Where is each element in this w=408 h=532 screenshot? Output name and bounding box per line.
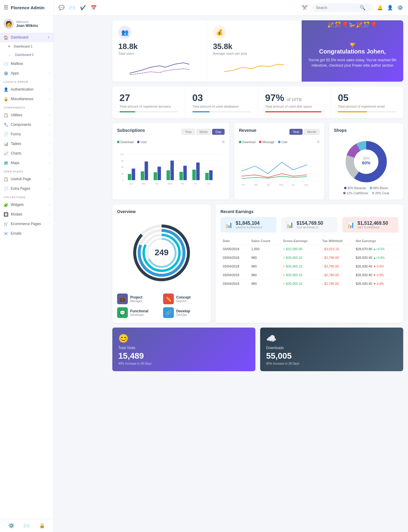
project-item-functional: 💬 Functional Developer [117, 307, 160, 318]
subscriptions-tabs: Year Week Day [182, 129, 225, 135]
user-header-icon[interactable]: 👤 [387, 5, 393, 10]
search-bar[interactable]: 🔍 [312, 3, 372, 12]
col-tax: Tax Withheld [320, 237, 353, 245]
databases-label: Total amount of used databases [192, 105, 251, 108]
sidebar-item-dashboard1[interactable]: Dashboard 1 [0, 42, 53, 51]
forms-icon: 📄 [4, 132, 8, 137]
sidebar-item-extra[interactable]: 📄 Extra Pages › [0, 184, 53, 193]
sidebar-item-utilities[interactable]: 📋 Utilities › [0, 110, 53, 120]
calendar-icon[interactable]: 📅 [91, 5, 97, 10]
cell-date: 03/04/2018 [220, 271, 249, 279]
visits-value: 15,489 [118, 351, 249, 361]
sidebar-item-dashboard2[interactable]: → Dashboard 2 [0, 51, 53, 59]
sidebar-item-label: Dashboard [11, 35, 28, 39]
search-input[interactable] [316, 6, 358, 10]
widgets-icon: 🧩 [4, 202, 8, 207]
cell-tax: - $2,780.00 [320, 279, 353, 288]
sidebar-item-mailbox[interactable]: ✉️ Mailbox [0, 59, 53, 68]
sidebar-item-label: Tables [11, 142, 21, 146]
svg-text:120: 120 [120, 153, 124, 156]
cell-gross: + $30,065.10 [281, 253, 320, 262]
stats-disk: 97% of 10TB Total amount of used disk sp… [258, 86, 331, 118]
sidebar-item-label: Apps [11, 71, 19, 75]
net-change: ▼-0.8% [373, 265, 384, 268]
domains-value: 27 [119, 92, 178, 103]
reach-mini-chart [213, 58, 295, 76]
mailbox-icon: ✉️ [4, 61, 8, 66]
chart-menu-icon[interactable]: ≡ [222, 139, 225, 145]
rev-legend-user: User [278, 140, 288, 144]
mail-bottom-icon[interactable]: ✉️ [24, 523, 30, 528]
visits-label: Total Visits [118, 346, 249, 350]
svg-text:Sat: Sat [207, 182, 210, 185]
tab-year[interactable]: Year [182, 129, 195, 135]
sidebar-item-dashboard[interactable]: 🏠 Dashboard ▼ [0, 33, 53, 42]
table-row: 03/04/2018 980 + $30,065.10 - $2,780.00 … [220, 253, 398, 262]
develop-icon: 🔗 [163, 307, 174, 318]
svg-text:July: July [304, 184, 308, 186]
sidebar-item-label: Components [11, 123, 31, 127]
chat-icon[interactable]: 💬 [59, 5, 65, 10]
develop-name: Develop [176, 309, 190, 313]
user-text: Welcome Joan Wilkins [16, 20, 38, 28]
sidebar-item-usefull[interactable]: 📋 Usefull Page › [0, 174, 53, 184]
misc-icon: 🔒 [4, 97, 8, 101]
revenue-tabs: Year Month [289, 129, 320, 135]
check-icon[interactable]: ✔️ [80, 5, 86, 10]
lock-icon[interactable]: 🔒 [39, 523, 45, 528]
sidebar-item-label: Modals [11, 212, 22, 216]
sidebar-item-ecommerce[interactable]: 🛒 Ecommerce Pages › [0, 219, 53, 229]
tab-day[interactable]: Day [212, 129, 225, 135]
cell-net: $28,670.90 ▲+4.5% [353, 245, 398, 253]
cell-tax: - $2,780.00 [320, 271, 353, 279]
tab-week[interactable]: Week [196, 129, 211, 135]
users-chart-svg [118, 58, 201, 76]
header-right: 🔔 👤 ⚙️ [377, 5, 403, 10]
sidebar-item-label: Utilities [11, 113, 22, 117]
settings-icon[interactable]: ⚙️ [8, 523, 14, 528]
scissors-icon[interactable]: ✂️ [302, 5, 308, 10]
sidebar-item-emails[interactable]: 📧 Emails [0, 229, 53, 238]
hamburger-icon[interactable]: ☰ [4, 4, 8, 11]
mail-header-icon[interactable]: ✉️ [69, 5, 75, 10]
project-text: Project Manager [130, 295, 142, 303]
cell-date: 03/05/2018 [220, 245, 249, 253]
project-item-develop: 🔗 Develop DevOps [163, 307, 206, 318]
users-stat-value: 18.8k [118, 42, 201, 51]
revenue-header: Revenue Year Month [239, 128, 320, 136]
email-value: 05 [338, 92, 396, 103]
sidebar-item-tables[interactable]: 📊 Tables › [0, 139, 53, 149]
sidebar-item-miscellaneous[interactable]: 🔒 Miscellaneous › [0, 94, 53, 104]
subscriptions-chart-area: 120 90 60 30 0 [117, 145, 225, 192]
ecommerce-icon: 🛒 [4, 221, 8, 226]
svg-text:Fri: Fri [194, 182, 197, 185]
chevron-right-icon: › [49, 152, 50, 155]
rev-tab-month[interactable]: Month [304, 129, 320, 135]
arrow-right-icon: → [8, 53, 11, 56]
legend-download: Download [117, 140, 134, 144]
sidebar-item-maps[interactable]: 🗺️ Maps › [0, 158, 53, 168]
sidebar-item-forms[interactable]: 📄 Forms › [0, 129, 53, 139]
gross-icon: 📊 [225, 221, 233, 228]
earn-gross: 📊 $1,845,104 GROSS EARNINGS [220, 217, 277, 233]
cell-date: 03/04/2018 [220, 279, 249, 288]
sidebar-item-label: Charts [11, 151, 21, 155]
earnings-table: Date Sales Count Gross Earnings Tax With… [220, 237, 398, 288]
notification-icon[interactable]: 🔔 [377, 5, 383, 10]
rev-chart-menu-icon[interactable]: ≡ [317, 139, 320, 145]
revenue-title: Revenue [239, 128, 256, 133]
extra-icon: 📄 [4, 186, 8, 191]
cell-tax: - $2,780.00 [320, 253, 353, 262]
sidebar-item-modals[interactable]: 🔲 Modals › [0, 210, 53, 219]
sidebar-item-charts[interactable]: 📈 Charts › [0, 149, 53, 158]
sidebar-item-widgets[interactable]: 🧩 Widgets › [0, 200, 53, 210]
sidebar-item-apps[interactable]: ⚙️ Apps › [0, 68, 53, 78]
rev-tab-year[interactable]: Year [289, 129, 303, 135]
shops-title: Shops [334, 128, 347, 133]
sidebar-item-authentication[interactable]: 👤 Authentication › [0, 85, 53, 94]
sidebar-item-components[interactable]: 🔧 Components › [0, 120, 53, 129]
craftshoes-dot [343, 192, 346, 194]
concept-text: Concept Director [176, 295, 191, 303]
project-item-project: 💼 Project Manager [117, 293, 160, 304]
gear-header-icon[interactable]: ⚙️ [397, 5, 403, 10]
